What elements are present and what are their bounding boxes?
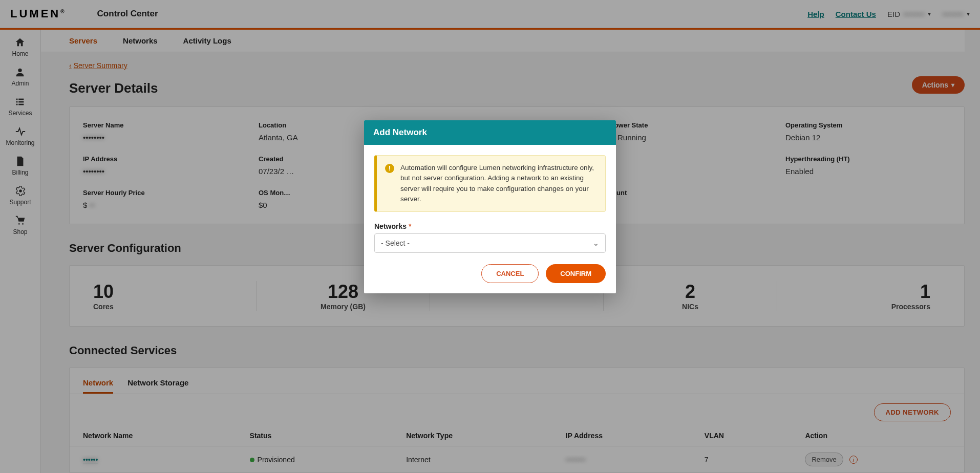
modal-title: Add Network: [364, 120, 616, 145]
add-network-modal: Add Network ! Automation will configure …: [364, 120, 616, 293]
warning-icon: !: [385, 164, 394, 173]
networks-select[interactable]: - Select - ⌄: [374, 233, 606, 253]
confirm-button[interactable]: CONFIRM: [546, 264, 606, 283]
modal-overlay[interactable]: Add Network ! Automation will configure …: [0, 0, 980, 473]
networks-field-label: Networks *: [374, 222, 606, 230]
warning-text: Automation will configure Lumen networki…: [400, 163, 597, 204]
cancel-button[interactable]: CANCEL: [481, 264, 539, 283]
warning-box: ! Automation will configure Lumen networ…: [374, 155, 606, 212]
chevron-down-icon: ⌄: [593, 239, 599, 247]
